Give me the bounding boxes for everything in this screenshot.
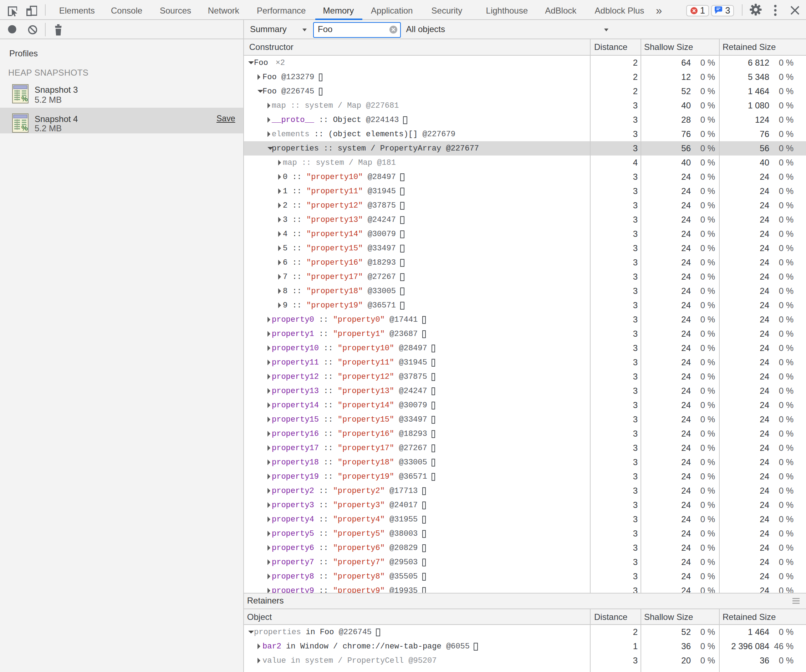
svg-text:%: %: [21, 95, 28, 103]
svg-text:%: %: [21, 124, 28, 132]
